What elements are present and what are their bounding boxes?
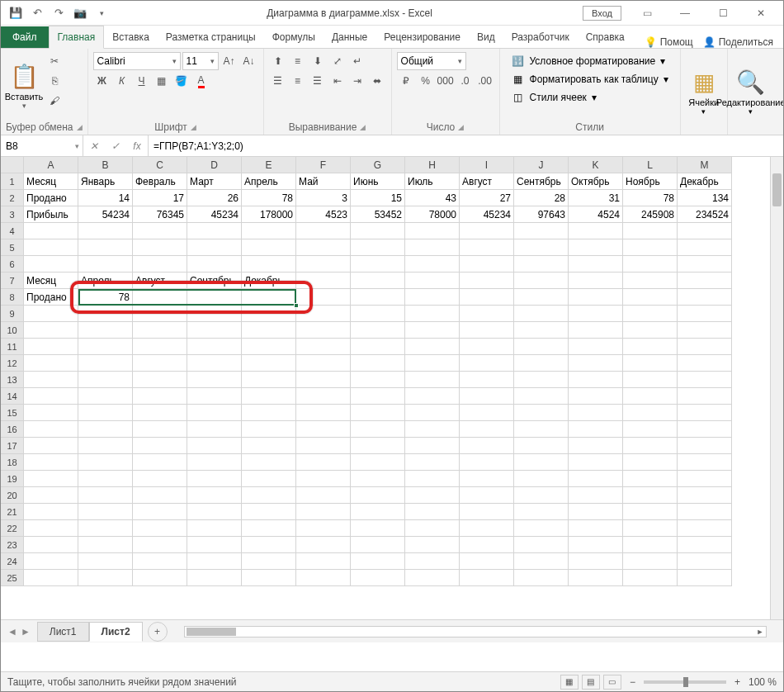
tab-home[interactable]: Главная bbox=[49, 26, 105, 49]
cell-I24[interactable] bbox=[460, 553, 514, 570]
indent-decrease-icon[interactable]: ⇤ bbox=[328, 72, 347, 90]
cell-B3[interactable]: 54234 bbox=[78, 206, 133, 223]
sheet-nav-next-icon[interactable]: ► bbox=[21, 626, 31, 637]
vertical-scrollbar[interactable] bbox=[770, 157, 783, 619]
cell-D13[interactable] bbox=[187, 372, 242, 388]
cell-J9[interactable] bbox=[514, 306, 569, 322]
cell-I21[interactable] bbox=[460, 504, 514, 520]
cell-A16[interactable] bbox=[24, 421, 78, 438]
save-icon[interactable]: 💾 bbox=[6, 3, 26, 23]
cell-A8[interactable]: Продано bbox=[24, 289, 78, 306]
cell-M9[interactable] bbox=[678, 306, 732, 322]
cell-B6[interactable] bbox=[78, 256, 133, 273]
cell-G11[interactable] bbox=[351, 339, 405, 355]
cell-M23[interactable] bbox=[678, 537, 732, 553]
cell-J8[interactable] bbox=[514, 289, 569, 306]
cell-J21[interactable] bbox=[514, 504, 569, 520]
cell-M2[interactable]: 134 bbox=[678, 190, 732, 206]
cell-L20[interactable] bbox=[623, 487, 678, 504]
cell-J19[interactable] bbox=[514, 471, 569, 487]
cell-D3[interactable]: 45234 bbox=[187, 206, 242, 223]
worksheet-grid[interactable]: ABCDEFGHIJKLM1МесяцЯнварьФевральМартАпре… bbox=[1, 157, 783, 619]
cell-I12[interactable] bbox=[460, 355, 514, 372]
cell-H16[interactable] bbox=[405, 421, 460, 438]
cell-E20[interactable] bbox=[242, 487, 296, 504]
cell-L19[interactable] bbox=[623, 471, 678, 487]
name-box[interactable]: B8▾ bbox=[1, 135, 83, 156]
ribbon-options-icon[interactable]: ▭ bbox=[628, 1, 666, 26]
row-header-17[interactable]: 17 bbox=[1, 438, 24, 454]
cell-E21[interactable] bbox=[242, 504, 296, 520]
row-header-15[interactable]: 15 bbox=[1, 405, 24, 421]
cell-C20[interactable] bbox=[133, 487, 187, 504]
row-header-4[interactable]: 4 bbox=[1, 223, 24, 239]
cell-C10[interactable] bbox=[133, 322, 187, 339]
cell-B8[interactable]: 78 bbox=[78, 289, 133, 306]
column-header-G[interactable]: G bbox=[351, 157, 405, 173]
cell-styles-button[interactable]: ◫Стили ячеек ▾ bbox=[508, 90, 672, 105]
cell-C2[interactable]: 17 bbox=[133, 190, 187, 206]
cell-K22[interactable] bbox=[569, 520, 623, 537]
cell-J10[interactable] bbox=[514, 322, 569, 339]
cell-I13[interactable] bbox=[460, 372, 514, 388]
cell-F15[interactable] bbox=[296, 405, 351, 421]
cell-F5[interactable] bbox=[296, 239, 351, 256]
cell-E10[interactable] bbox=[242, 322, 296, 339]
cell-F6[interactable] bbox=[296, 256, 351, 273]
cell-G18[interactable] bbox=[351, 454, 405, 471]
cell-K5[interactable] bbox=[569, 239, 623, 256]
zoom-in-icon[interactable]: + bbox=[734, 676, 740, 688]
redo-icon[interactable]: ↷ bbox=[49, 3, 68, 23]
currency-icon[interactable]: ₽ bbox=[397, 72, 415, 90]
cell-L1[interactable]: Ноябрь bbox=[623, 173, 678, 190]
cell-J12[interactable] bbox=[514, 355, 569, 372]
sheet-tab-2[interactable]: Лист2 bbox=[89, 622, 143, 642]
cell-A4[interactable] bbox=[24, 223, 78, 239]
column-header-F[interactable]: F bbox=[296, 157, 351, 173]
row-header-3[interactable]: 3 bbox=[1, 206, 24, 223]
cell-G14[interactable] bbox=[351, 388, 405, 405]
row-header-10[interactable]: 10 bbox=[1, 322, 24, 339]
cell-M3[interactable]: 234524 bbox=[678, 206, 732, 223]
cancel-formula-icon[interactable]: ✕ bbox=[83, 140, 105, 152]
paste-button[interactable]: 📋 Вставить ▾ bbox=[6, 52, 42, 120]
tab-formulas[interactable]: Формулы bbox=[264, 26, 324, 48]
cell-C6[interactable] bbox=[133, 256, 187, 273]
formula-input[interactable]: =ГПР(B7;A1:Y3;2;0) bbox=[149, 135, 783, 156]
cell-D18[interactable] bbox=[187, 454, 242, 471]
cell-H12[interactable] bbox=[405, 355, 460, 372]
cell-F24[interactable] bbox=[296, 553, 351, 570]
cell-D8[interactable] bbox=[187, 289, 242, 306]
cell-B15[interactable] bbox=[78, 405, 133, 421]
cell-A12[interactable] bbox=[24, 355, 78, 372]
cell-F20[interactable] bbox=[296, 487, 351, 504]
cell-F17[interactable] bbox=[296, 438, 351, 454]
cell-J17[interactable] bbox=[514, 438, 569, 454]
tab-review[interactable]: Рецензирование bbox=[375, 26, 469, 48]
cell-K23[interactable] bbox=[569, 537, 623, 553]
cell-B7[interactable]: Апрель bbox=[78, 273, 133, 289]
cells-button[interactable]: ▦Ячейки▾ bbox=[686, 52, 722, 131]
cell-G1[interactable]: Июнь bbox=[351, 173, 405, 190]
cell-D17[interactable] bbox=[187, 438, 242, 454]
cell-A23[interactable] bbox=[24, 537, 78, 553]
cell-E15[interactable] bbox=[242, 405, 296, 421]
cell-E8[interactable] bbox=[242, 289, 296, 306]
zoom-out-icon[interactable]: − bbox=[630, 676, 635, 688]
column-header-J[interactable]: J bbox=[514, 157, 569, 173]
cell-K20[interactable] bbox=[569, 487, 623, 504]
cell-I3[interactable]: 45234 bbox=[460, 206, 514, 223]
row-header-18[interactable]: 18 bbox=[1, 454, 24, 471]
cell-I2[interactable]: 27 bbox=[460, 190, 514, 206]
cell-F12[interactable] bbox=[296, 355, 351, 372]
cell-J6[interactable] bbox=[514, 256, 569, 273]
cell-L4[interactable] bbox=[623, 223, 678, 239]
cell-E17[interactable] bbox=[242, 438, 296, 454]
cell-E24[interactable] bbox=[242, 553, 296, 570]
cell-M11[interactable] bbox=[678, 339, 732, 355]
cell-J4[interactable] bbox=[514, 223, 569, 239]
cell-B4[interactable] bbox=[78, 223, 133, 239]
cell-K6[interactable] bbox=[569, 256, 623, 273]
cell-A15[interactable] bbox=[24, 405, 78, 421]
cell-B20[interactable] bbox=[78, 487, 133, 504]
